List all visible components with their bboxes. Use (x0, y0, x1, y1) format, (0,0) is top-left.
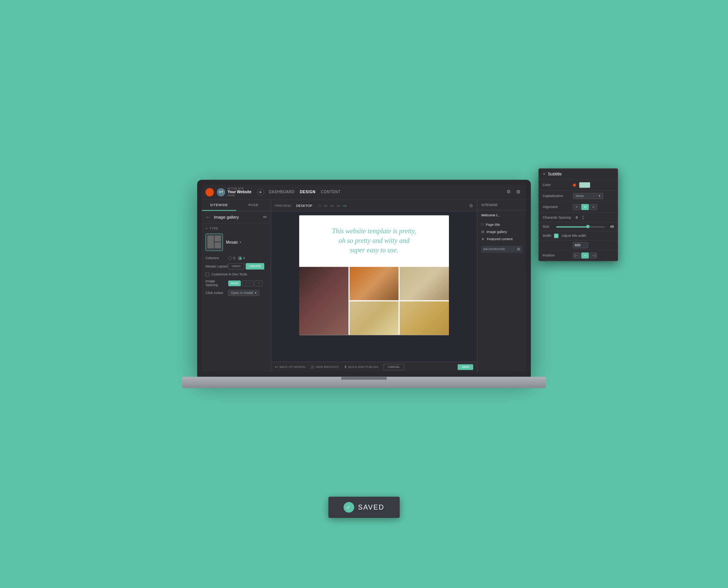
build-label: BUILD AND PUBLISH (348, 365, 378, 369)
gallery-image-2[interactable] (350, 267, 399, 300)
color-swatch[interactable] (579, 182, 590, 188)
edit-button[interactable]: ✏ (263, 214, 267, 220)
stepper-down-icon[interactable]: ▼ (582, 217, 584, 220)
undo-button[interactable]: UNDO (228, 263, 244, 269)
saved-notification: ✓ SAVED (328, 497, 400, 518)
spacing-label: Image Spacing (206, 279, 228, 287)
image-gallery-icon: ⊞ (481, 230, 484, 234)
tab-page[interactable]: PAGE (236, 200, 271, 211)
click-action-row: Click Action Open in modal ▾ (206, 288, 267, 297)
spacing-none-button[interactable]: None (228, 280, 241, 286)
background-settings-icon[interactable]: ⚙ (517, 247, 520, 251)
backup-button[interactable]: ↩ BACK UP DESIGN (275, 365, 305, 369)
width-value-row (539, 241, 618, 250)
right-item-gallery-label: Image gallery (486, 230, 507, 234)
saved-check-icon: ✓ (344, 502, 354, 513)
gallery-image-5[interactable] (400, 301, 449, 335)
desktop-icon[interactable]: ▭ (343, 203, 347, 208)
collapse-arrow-icon[interactable]: ▼ (543, 172, 546, 176)
laptop-icon[interactable]: ▭ (337, 203, 340, 208)
color-dot (573, 183, 576, 186)
position-center-button[interactable]: ↔ (581, 252, 589, 258)
mobile-icon[interactable]: □ (318, 203, 321, 208)
size-slider[interactable] (556, 226, 605, 227)
spacing-lg-button[interactable]: ↔ (254, 280, 263, 286)
welcome-text: Welcome t... (481, 213, 522, 217)
top-nav: CT ACTIVE SITE Your Website Owner ▶ DASH… (202, 184, 526, 200)
view-backups-button[interactable]: ◷ VIEW BACKUPS (311, 365, 339, 369)
nav-design[interactable]: DESIGN (300, 190, 315, 194)
create-button[interactable]: CREATE (246, 263, 265, 269)
subtitle-title: Subtitle (548, 172, 562, 176)
width-row: Width ✓ Adjust title width (539, 231, 618, 241)
canvas-settings-icon[interactable]: ⚙ (469, 203, 473, 208)
tab-sitewide[interactable]: SITEWIDE (202, 200, 236, 211)
background-row: BACKGROUND ⚙ (481, 246, 522, 253)
canvas-toolbar: PREVIEW: DESKTOP □ ▭ ▭ ▭ ▭ ⚙ (271, 200, 477, 211)
char-spacing-stepper[interactable]: 0 ▲ ▼ (573, 215, 584, 220)
nav-content[interactable]: CONTENT (321, 190, 340, 194)
gallery-image-4[interactable] (350, 301, 399, 335)
app-logo[interactable] (206, 188, 214, 196)
size-slider-thumb (586, 225, 590, 228)
customize-checkbox[interactable] (206, 272, 209, 276)
right-sidebar: SITEWIDE Welcome t... □ Page title ⊞ Ima… (477, 200, 526, 372)
stepper-up-icon[interactable]: ▲ (582, 215, 584, 217)
backups-label: VIEW BACKUPS (315, 365, 339, 369)
subtitle-panel-header: ▼ Subtitle (539, 169, 618, 180)
app-ui: CT ACTIVE SITE Your Website Owner ▶ DASH… (202, 184, 526, 372)
canvas-page[interactable]: This website template is pretty,oh so pr… (299, 215, 449, 335)
settings-icon[interactable]: ⚙ (507, 189, 513, 195)
radio-circle-4 (238, 256, 242, 260)
position-left-button[interactable]: |← (573, 252, 581, 258)
alignment-label: Alignment (543, 205, 573, 209)
laptop-shell: ▼ Subtitle Color Capitalization None ▾ A… (197, 180, 531, 399)
columns-4-radio[interactable]: 4 (238, 256, 245, 260)
click-action-label: Click Action (206, 291, 228, 295)
type-preview[interactable] (206, 233, 223, 251)
width-label: Width (543, 234, 554, 238)
width-input[interactable] (573, 242, 588, 248)
right-item-page-title[interactable]: □ Page title (481, 221, 522, 228)
right-item-image-gallery[interactable]: ⊞ Image gallery (481, 228, 522, 235)
align-right-button[interactable]: ≡ (590, 204, 597, 210)
right-item-featured[interactable]: ★ Featured content (481, 235, 522, 242)
subtitle-panel: ▼ Subtitle Color Capitalization None ▾ A… (538, 168, 618, 261)
play-button[interactable]: ▶ (257, 189, 264, 195)
grid-icon[interactable]: ⊞ (516, 189, 522, 195)
featured-icon: ★ (481, 237, 485, 241)
gallery-image-3[interactable] (400, 267, 449, 300)
align-center-button[interactable]: ≡ (581, 204, 589, 210)
mosaic-layout-label: Mosaic Layout (206, 264, 228, 268)
align-left-button[interactable]: ≡ (573, 204, 581, 210)
gallery-image-1[interactable] (299, 267, 348, 335)
nav-links: DASHBOARD DESIGN CONTENT (269, 190, 507, 194)
build-publish-button[interactable]: ⬆ BUILD AND PUBLISH (344, 365, 378, 369)
position-label: Position (543, 253, 573, 257)
active-site-label: ACTIVE SITE (228, 187, 251, 190)
back-button[interactable]: ← (206, 214, 211, 220)
tablet-small-icon[interactable]: ▭ (324, 203, 327, 208)
type-dropdown[interactable]: Mosaic ▾ (226, 240, 241, 244)
radio-circle-3 (228, 256, 232, 260)
hero-text: This website template is pretty,oh so pr… (307, 227, 441, 255)
capitalization-select[interactable]: None ▾ (573, 193, 603, 199)
page-title-icon: □ (481, 222, 483, 227)
left-sidebar: SITEWIDE PAGE ← Image gallery ✏ Type (202, 200, 271, 372)
columns-label: Columns (206, 256, 228, 260)
customize-label: Customize in Dev Tools (212, 272, 247, 276)
save-button[interactable]: SAVE (458, 364, 473, 370)
right-sidebar-content: Welcome t... □ Page title ⊞ Image galler… (477, 210, 526, 372)
position-right-button[interactable]: →| (590, 252, 597, 258)
adjust-width-checkbox[interactable]: ✓ (554, 233, 559, 238)
nav-dashboard[interactable]: DASHBOARD (269, 190, 295, 194)
bottom-bar: ↩ BACK UP DESIGN ◷ VIEW BACKUPS ⬆ BUILD … (271, 361, 477, 372)
spacing-sm-button[interactable]: ←→ (242, 280, 253, 286)
columns-3-radio[interactable]: 3 (228, 256, 235, 260)
laptop-hinge (341, 377, 387, 380)
cancel-button[interactable]: CANCEL (383, 364, 404, 370)
preview-label: PREVIEW: (275, 204, 292, 208)
click-action-select[interactable]: Open in modal ▾ (228, 290, 259, 296)
page-hero: This website template is pretty,oh so pr… (299, 215, 449, 267)
tablet-icon[interactable]: ▭ (330, 203, 334, 208)
